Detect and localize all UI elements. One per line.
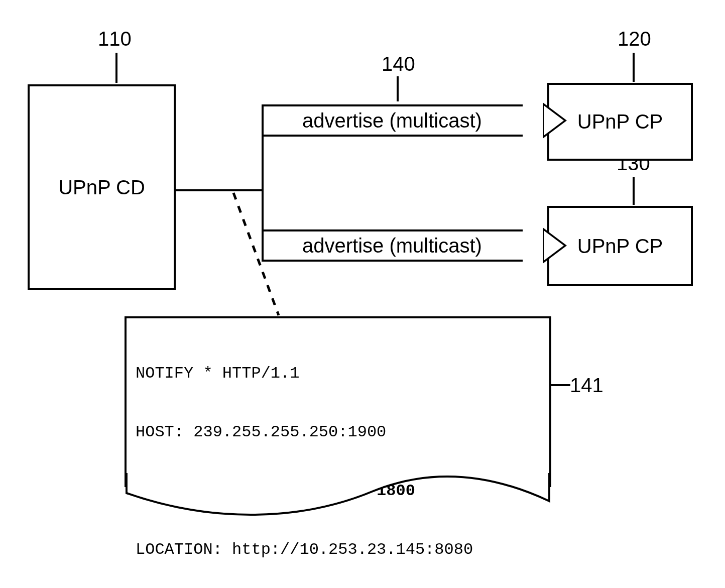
- ref-140: 140: [382, 53, 415, 75]
- advertise-arrow-bottom: advertise (multicast): [262, 229, 523, 262]
- upnp-cd-box: UPnP CD: [28, 84, 176, 290]
- packet-line-location: LOCATION: http://10.253.23.145:8080: [136, 540, 542, 559]
- diagram-stage: 110 120 130 140 141 UPnP CD UPnP CP UPnP…: [0, 0, 725, 588]
- advertise-arrow-top: advertise (multicast): [262, 104, 523, 137]
- bus-line: [176, 189, 264, 191]
- upnp-cp2-label: UPnP CP: [577, 235, 663, 258]
- lead-110: [115, 53, 117, 83]
- packet-line-notify: NOTIFY * HTTP/1.1: [136, 364, 542, 383]
- lead-140: [397, 76, 399, 101]
- packet-wavy-edge: [125, 472, 551, 517]
- bus-vertical-down: [262, 189, 264, 229]
- arrow-top-label: advertise (multicast): [302, 109, 482, 132]
- upnp-cp2-box: UPnP CP: [547, 206, 693, 286]
- upnp-cp1-label: UPnP CP: [577, 110, 663, 133]
- lead-130: [633, 177, 635, 205]
- packet-line-host: HOST: 239.255.255.250:1900: [136, 422, 542, 442]
- ssdp-packet-box: NOTIFY * HTTP/1.1 HOST: 239.255.255.250:…: [125, 316, 551, 487]
- lead-120: [633, 53, 635, 82]
- ref-120: 120: [618, 28, 651, 50]
- ref-110: 110: [98, 28, 132, 50]
- ref-141: 141: [570, 374, 603, 397]
- lead-141: [550, 384, 570, 386]
- upnp-cp1-box: UPnP CP: [547, 83, 693, 161]
- upnp-cd-label: UPnP CD: [58, 176, 145, 199]
- arrow-bottom-label: advertise (multicast): [302, 234, 482, 257]
